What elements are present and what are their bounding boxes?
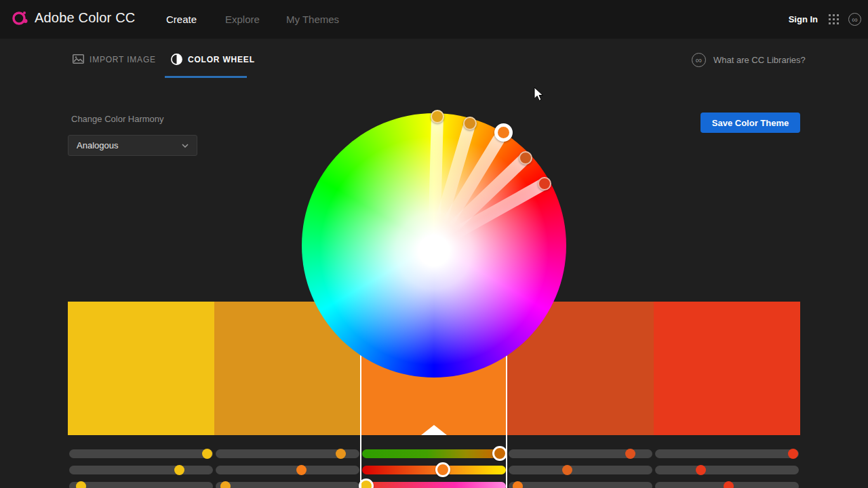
slider-handle[interactable] [220,481,231,488]
slider-handle[interactable] [724,481,734,488]
nav-item-explore[interactable]: Explore [225,14,260,25]
cc-libraries-link[interactable]: What are CC Libraries? [713,55,806,65]
color-wheel-icon [171,54,182,68]
slider-track[interactable] [509,482,652,488]
nav-item-my-themes[interactable]: My Themes [286,14,339,25]
mouse-cursor [534,87,544,104]
slider-track[interactable] [216,466,359,474]
harmony-section-label: Change Color Harmony [71,114,164,124]
swatch-1[interactable] [68,302,214,435]
active-tab-underline [165,76,247,78]
slider-handle[interactable] [513,481,523,488]
sign-in-link[interactable]: Sign In [789,14,818,24]
slider-track-active-gradient[interactable] [362,466,506,474]
wheel-marker-2[interactable] [463,117,477,130]
slider-track[interactable] [69,466,213,474]
wheel-marker-1[interactable] [431,110,444,123]
slider-handle[interactable] [336,449,346,459]
harmony-dropdown[interactable]: Analogous [68,135,197,156]
cc-libraries-icon [692,53,706,67]
slider-handle-active[interactable] [435,462,450,477]
slider-handle[interactable] [625,449,635,459]
slider-handle[interactable] [296,465,307,475]
slider-track[interactable] [509,466,652,474]
brand-home-link[interactable]: Adobe Color CC [11,9,135,26]
save-color-theme-button[interactable]: Save Color Theme [701,113,800,133]
slider-handle[interactable] [788,449,798,459]
slider-handle[interactable] [202,449,212,459]
chevron-down-icon [182,144,189,148]
wheel-marker-3-active[interactable] [494,123,513,142]
slider-track[interactable] [655,449,799,458]
slider-track[interactable] [69,482,213,488]
wheel-marker-4[interactable] [519,151,532,165]
slider-track[interactable] [69,449,213,458]
slider-handle[interactable] [174,465,184,475]
slider-handle[interactable] [696,465,706,475]
import-image-icon [73,54,84,66]
tab-color-wheel[interactable]: COLOR WHEEL [188,55,255,64]
active-swatch-pointer [421,425,447,435]
slider-handle[interactable] [76,481,86,488]
slider-track[interactable] [216,482,359,488]
adobe-color-app: Adobe Color CC Create Explore My Themes … [0,0,868,488]
brand-title: Adobe Color CC [35,10,135,26]
swatch-5[interactable] [654,302,800,435]
slider-handle-active[interactable] [492,446,507,461]
slider-track-active-gradient[interactable] [362,449,506,458]
nav-item-create[interactable]: Create [166,14,197,25]
adobe-color-logo-icon [11,9,28,26]
slider-track[interactable] [655,466,799,474]
creative-cloud-icon[interactable] [848,13,861,26]
tab-import-image[interactable]: IMPORT IMAGE [90,55,156,64]
harmony-selected-value: Analogous [77,140,118,150]
slider-handle[interactable] [562,465,572,475]
slider-track-active-gradient[interactable] [362,482,506,488]
wheel-marker-5[interactable] [538,177,551,190]
app-grid-icon[interactable] [829,14,839,27]
top-navigation-bar: Adobe Color CC Create Explore My Themes … [0,0,868,39]
